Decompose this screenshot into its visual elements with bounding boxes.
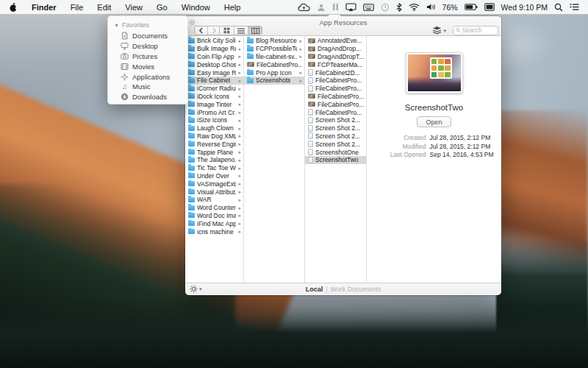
column-item[interactable]: Image Tinter▸ xyxy=(185,100,243,108)
icon-view-button[interactable] xyxy=(220,26,234,35)
column-item[interactable]: FCPPossibleTe...▸ xyxy=(244,45,304,53)
column-item[interactable]: VASImageExtr...▸ xyxy=(185,180,243,188)
column-view-button[interactable] xyxy=(248,26,262,35)
sidebar-item-applications[interactable]: Applications xyxy=(114,71,183,82)
column-item[interactable]: FileCabinetPro... xyxy=(244,60,304,68)
column-item[interactable]: DragAndDrop... xyxy=(305,45,366,53)
column-item[interactable]: Bulk Image Re...▸ xyxy=(185,45,243,53)
keyboard-icon[interactable] xyxy=(363,4,374,11)
column-item[interactable]: Screen Shot 2... xyxy=(305,124,366,132)
column-item[interactable]: iDock Icons▸ xyxy=(185,93,243,101)
list-view-icon xyxy=(237,28,245,34)
list-view-button[interactable] xyxy=(234,26,248,35)
column-item[interactable]: Word Doc Ima...▸ xyxy=(185,212,243,220)
column-item[interactable]: file-cabinet-sv...▸ xyxy=(244,53,304,61)
open-button[interactable]: Open xyxy=(417,116,451,127)
column-item[interactable]: Screen Shot 2... xyxy=(305,140,366,148)
menu-help[interactable]: Help xyxy=(224,3,241,12)
column-item[interactable]: Raw Dog XML...▸ xyxy=(185,132,243,141)
bluetooth-icon[interactable] xyxy=(396,3,402,12)
column-item[interactable]: Desktop Ghost▸ xyxy=(185,60,243,68)
column-item[interactable]: Laugh Clown▸ xyxy=(185,124,243,132)
volume-icon[interactable] xyxy=(426,3,436,11)
notification-center-icon[interactable] xyxy=(570,3,579,11)
column-item[interactable]: Easy Image Re...▸ xyxy=(185,68,243,77)
menu-finder[interactable]: Finder xyxy=(32,3,57,12)
camera-icon xyxy=(121,52,129,60)
image-icon xyxy=(308,62,315,67)
apple-icon[interactable] xyxy=(9,2,18,13)
menu-view[interactable]: View xyxy=(125,3,143,12)
battery-icon[interactable] xyxy=(465,4,478,10)
sidebar-item-documents[interactable]: Documents xyxy=(114,31,183,41)
sidebar-item-music[interactable]: ♫ Music xyxy=(114,82,183,92)
action-menu-button[interactable]: ▾ xyxy=(190,285,202,293)
sidebar-item-desktop[interactable]: Desktop xyxy=(114,41,183,52)
column-item[interactable]: The Jalapeno...▸ xyxy=(185,156,243,164)
column-item[interactable]: iCorner Radius▸ xyxy=(185,85,243,93)
column-item[interactable]: File Cabinet▸ xyxy=(185,77,243,85)
wifi-icon[interactable] xyxy=(409,3,420,11)
column-item[interactable]: Coin Flip App▸ xyxy=(185,53,243,61)
column-item[interactable]: Screen Shot 2... xyxy=(305,132,366,141)
folder-icon xyxy=(188,141,195,146)
back-button[interactable] xyxy=(195,26,207,35)
cloud-upload-icon[interactable] xyxy=(298,3,310,12)
column-item[interactable]: FileCabinet2D... xyxy=(305,68,366,77)
column-item[interactable]: FCPTeaserMa... xyxy=(305,60,366,68)
column-item[interactable]: icns machine▸ xyxy=(185,227,243,236)
favorites-header[interactable]: ▼ Favorites xyxy=(114,21,183,29)
sidebar-item-pictures[interactable]: Pictures xyxy=(114,52,183,62)
column-item[interactable]: FileCabinetPro... xyxy=(305,100,366,108)
menu-window[interactable]: Window xyxy=(182,3,210,12)
column-item[interactable]: Word Counter...▸ xyxy=(185,204,243,212)
menu-go[interactable]: Go xyxy=(157,3,168,12)
footer-tab-work-documents[interactable]: Work Documents xyxy=(331,286,381,293)
column-item[interactable]: ScreenshotOne xyxy=(305,148,366,156)
close-button[interactable] xyxy=(190,20,195,25)
column-item[interactable]: FileCabinetPro... xyxy=(305,85,366,93)
column-item[interactable]: Visual Attribut...▸ xyxy=(185,188,243,196)
forward-button[interactable] xyxy=(207,26,220,35)
column-item[interactable]: Blog Resources▸ xyxy=(244,37,304,45)
column-item[interactable]: Tappie Plane▸ xyxy=(185,148,243,156)
column-item[interactable]: Tic Tac Toe W...▸ xyxy=(185,164,243,172)
column-item[interactable]: iPromo Art Cr...▸ xyxy=(185,108,243,116)
user-status-icon[interactable] xyxy=(317,3,326,12)
time-machine-icon[interactable] xyxy=(381,3,390,12)
item-label: Screen Shot 2... xyxy=(315,124,360,132)
column-item[interactable]: AnnotatedEve... xyxy=(305,37,366,45)
airplay-icon[interactable] xyxy=(345,3,356,12)
folder-icon xyxy=(188,197,195,202)
display-mirroring-icon[interactable] xyxy=(484,3,495,11)
nav-buttons xyxy=(194,26,220,35)
pause-status-icon[interactable] xyxy=(332,3,339,11)
search-field[interactable] xyxy=(453,26,498,35)
column-item[interactable]: Screenshots▸ xyxy=(244,77,304,85)
column-item[interactable]: Pro App Icon▸ xyxy=(244,68,304,77)
column-item[interactable]: iSize Icons▸ xyxy=(185,116,243,124)
column-item[interactable]: iFind Mac Apps▸ xyxy=(185,219,243,227)
column-item[interactable]: Screen Shot 2... xyxy=(305,116,366,124)
search-input[interactable] xyxy=(462,26,495,34)
column-item[interactable]: FileCabinetPro... xyxy=(305,77,366,85)
file-thumbnail[interactable] xyxy=(406,52,463,93)
disclosure-arrow-icon: ▸ xyxy=(238,38,241,43)
column-item[interactable]: Brick City Solit...▸ xyxy=(185,37,243,45)
column-item[interactable]: FileCabinetPro... xyxy=(305,108,366,116)
column-item[interactable]: ScreenshotTwo xyxy=(305,156,366,164)
menu-clock[interactable]: Wed 9:10 PM xyxy=(501,3,548,12)
disclosure-arrow-icon: ▸ xyxy=(238,70,241,75)
menu-file[interactable]: File xyxy=(71,3,84,12)
column-item[interactable]: FileCabinetPro... xyxy=(305,93,366,101)
spotlight-icon[interactable] xyxy=(554,3,563,12)
column-item[interactable]: Under Over▸ xyxy=(185,172,243,180)
sidebar-item-movies[interactable]: Movies xyxy=(114,61,183,71)
footer-tab-local[interactable]: Local xyxy=(306,286,323,293)
column-item[interactable]: WAR▸ xyxy=(185,196,243,204)
sidebar-item-downloads[interactable]: Downloads xyxy=(114,92,183,102)
column-item[interactable]: Reverse Engin...▸ xyxy=(185,140,243,148)
arrange-button[interactable]: ▾ xyxy=(430,25,448,35)
menu-edit[interactable]: Edit xyxy=(97,3,111,12)
column-item[interactable]: DragAndDropT... xyxy=(305,53,366,61)
